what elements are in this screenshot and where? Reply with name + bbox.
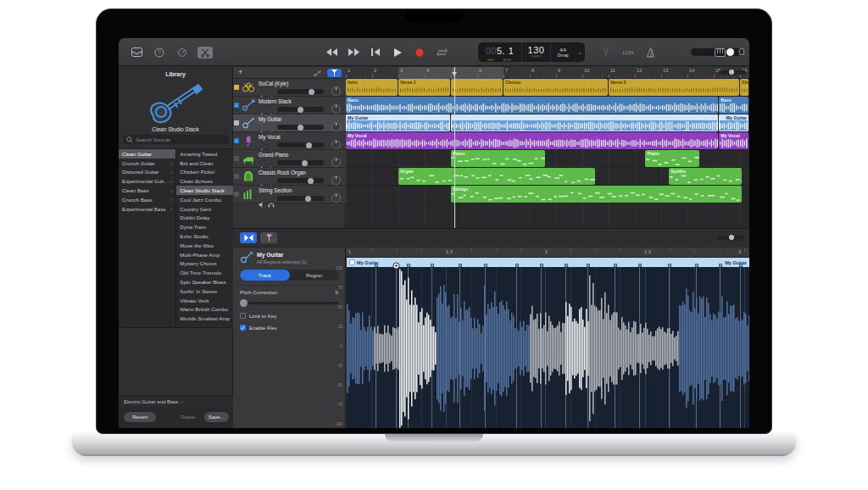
editors-scissors-icon[interactable] [198,47,213,58]
catch-playhead-icon[interactable] [327,69,342,77]
library-category-item[interactable]: Experimental Bass› [119,204,175,214]
rewind-button[interactable] [324,47,339,58]
region[interactable]: Piano [451,150,545,167]
library-patch-item[interactable]: Old Time Tremolo [176,268,233,277]
pan-knob[interactable] [331,122,341,131]
library-patch-item[interactable]: Brit and Clean [176,159,233,168]
region[interactable]: Chorus [740,79,748,96]
library-patch-item[interactable]: Country Gent [176,204,233,214]
flex-marker-handle[interactable] [375,264,378,267]
flex-marker-handle[interactable] [638,264,642,267]
library-patch-item[interactable]: Multi-Phase Amp [176,250,233,259]
limit-to-key-checkbox[interactable] [240,313,246,319]
track-volume-slider[interactable] [277,142,324,148]
flex-marker-handle[interactable] [695,264,698,267]
library-patch-item[interactable]: Chicken Pickin' [176,168,233,177]
revert-button[interactable]: Revert [124,412,156,422]
library-patch-item[interactable]: Echo Studio [176,231,233,241]
region[interactable]: My Guitar [346,114,450,131]
library-footer[interactable]: Electric Guitar and Bass › [119,396,233,407]
region[interactable]: Verse 2 [609,79,739,96]
flex-marker-handle[interactable] [515,264,519,267]
flex-marker-handle[interactable] [407,264,410,267]
track-header[interactable]: My Guitar [233,114,346,132]
library-category-item[interactable]: Distorted Guitar› [119,168,175,177]
region[interactable]: Bass [346,97,718,114]
catch-playhead-icon[interactable] [260,232,277,243]
pan-knob[interactable] [331,140,341,149]
library-category-item[interactable]: Experimental Guit…› [119,176,175,186]
library-patch-item[interactable]: Spin Speaker Blues [176,277,233,287]
library-patch-item[interactable]: Worlds Smallest Amp [176,314,233,323]
volume-knob[interactable] [298,107,303,113]
tab-track[interactable]: Track [240,270,290,281]
lcd-chevron[interactable]: ⌄ [575,42,585,62]
region[interactable]: Bass [719,97,748,114]
playhead[interactable] [454,67,455,228]
region[interactable]: Intro [346,79,398,96]
library-category-item[interactable]: Clean Bass› [119,186,175,195]
play-button[interactable] [390,47,405,58]
bar-ruler[interactable]: 12345678910111213141516 [346,67,749,79]
lcd-display[interactable]: 005. 1 BARBEAT 130 TEMPO 4/4 Gmaj ⌄ [478,42,585,62]
musical-typing-icon[interactable] [712,47,727,58]
library-patch-item[interactable]: Cool Jazz Combo [176,195,233,204]
library-category-item[interactable]: Crunch Guitar› [119,159,175,168]
pan-knob[interactable] [331,158,341,167]
enable-flex-row[interactable]: ✓ Enable Flex [240,325,277,331]
track-volume-slider[interactable] [277,160,324,165]
library-patch-item[interactable]: Clean Echoes [176,176,233,186]
library-patch-item[interactable]: Move the Mics [176,241,233,250]
region[interactable]: My Guitar [719,114,748,131]
flex-marker-handle[interactable] [614,264,617,267]
editor-ruler[interactable]: 11.322.33 [347,248,749,258]
region[interactable] [451,79,503,96]
region[interactable]: Strings [451,186,742,203]
track-volume-slider[interactable] [277,89,324,94]
track-enable-badge[interactable]: ✓ [234,103,239,108]
flex-marker-handle[interactable] [459,264,462,267]
library-category-item[interactable]: Clean Guitar› [119,149,175,159]
track-enable-badge[interactable]: ✓ [234,138,239,143]
track-header[interactable]: ✓Modern Stack [233,97,346,114]
save-button[interactable]: Save… [204,412,229,422]
flex-marker-handle[interactable] [565,264,568,267]
region[interactable]: My Vocal [346,132,718,149]
region[interactable] [451,114,718,131]
limit-to-key-row[interactable]: Limit to Key [240,313,276,319]
count-in-icon[interactable]: 1234 [620,47,637,58]
enable-flex-checkbox[interactable]: ✓ [240,325,246,331]
library-patch-item[interactable]: Amazing Tweed [176,149,233,159]
track-enable-badge[interactable] [234,174,239,179]
loop-browser-icon[interactable]: Ω [734,47,749,58]
track-volume-slider[interactable] [277,178,324,183]
track-enable-badge[interactable] [234,120,239,125]
selected-flex-marker[interactable] [392,258,400,273]
library-toggle-icon[interactable] [129,47,144,58]
pan-knob[interactable] [331,86,341,96]
quick-help-icon[interactable]: ? [152,47,167,58]
track-header[interactable]: Classic Rock Organ [233,168,346,186]
volume-knob[interactable] [306,142,312,148]
search-sounds-field[interactable] [123,135,229,144]
pan-knob[interactable] [331,104,341,114]
track-header[interactable]: ✓My Vocal [233,132,346,150]
library-patch-item[interactable]: Clean Studio Stack [176,186,233,195]
region[interactable]: Verse 1 [398,79,450,96]
pan-knob[interactable] [331,175,341,185]
pan-knob[interactable] [331,193,341,203]
smart-controls-icon[interactable] [175,47,190,58]
region[interactable]: Organ [398,168,595,185]
flex-marker-handle[interactable] [540,264,543,267]
go-to-beginning-button[interactable] [368,47,383,58]
volume-knob[interactable] [308,178,314,184]
mute-icon[interactable] [259,196,264,211]
region[interactable]: Synths [669,168,742,185]
slider-knob[interactable] [240,299,248,307]
region[interactable]: Piano [645,150,699,167]
library-patch-item[interactable]: Mystery Chorus [176,259,233,269]
track-header[interactable]: SoCal (Kyle) [233,79,346,97]
cycle-button[interactable] [434,47,449,58]
volume-knob[interactable] [309,89,314,95]
flex-marker-handle[interactable] [739,264,743,267]
